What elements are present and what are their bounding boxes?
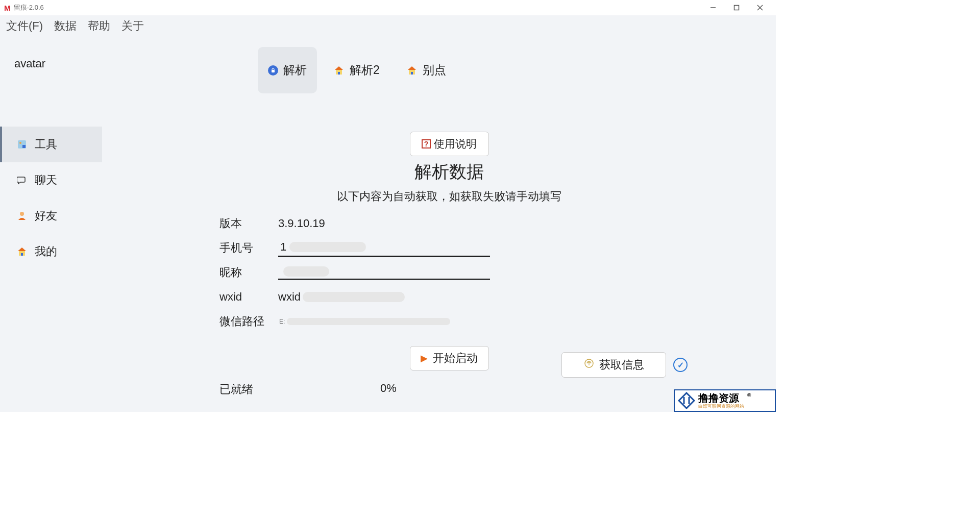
house-icon <box>16 246 28 257</box>
watermark-reg: ® <box>747 392 751 398</box>
svg-rect-14 <box>338 72 340 75</box>
tab-label: 解析 <box>283 62 307 78</box>
tabs-row: 解析 解析2 别点 <box>258 47 745 93</box>
row-wxid: wxid wxid <box>219 285 745 309</box>
tools-icon <box>16 139 28 150</box>
tab-dont-click[interactable]: 别点 <box>396 47 456 93</box>
fingerprint-icon <box>584 358 594 372</box>
friends-icon <box>16 210 28 221</box>
version-label: 版本 <box>219 216 278 231</box>
sidebar-item-friends[interactable]: 好友 <box>0 198 102 234</box>
sidebar-item-label: 我的 <box>35 244 57 259</box>
section-heading: 解析数据 <box>153 160 745 184</box>
house-icon <box>333 65 345 76</box>
wxpath-label: 微信路径 <box>219 314 278 329</box>
tab-parse[interactable]: 解析 <box>258 47 317 93</box>
sidebar-item-tools[interactable]: 工具 <box>0 127 102 162</box>
phone-label: 手机号 <box>219 240 278 256</box>
fetch-info-button[interactable]: 获取信息 <box>561 352 666 378</box>
phone-field[interactable]: 1 <box>278 239 490 257</box>
svg-rect-17 <box>411 72 413 75</box>
row-wxpath: 微信路径 E: <box>219 309 745 334</box>
avatar-label: avatar <box>14 57 102 70</box>
svg-marker-15 <box>408 66 416 70</box>
start-button[interactable]: ▶ 开始启动 <box>410 346 489 370</box>
section-subheading: 以下内容为自动获取，如获取失败请手动填写 <box>153 189 745 204</box>
lock-circle-icon <box>268 65 278 76</box>
nickname-label: 昵称 <box>219 265 278 280</box>
check-icon: ✓ <box>673 358 688 372</box>
close-button[interactable] <box>748 0 772 15</box>
wxid-label: wxid <box>219 290 278 304</box>
start-label: 开始启动 <box>433 351 478 366</box>
maximize-button[interactable] <box>725 0 748 15</box>
sidebar-item-label: 工具 <box>35 137 57 152</box>
tab-parse2[interactable]: 解析2 <box>323 47 390 93</box>
svg-marker-8 <box>18 247 26 251</box>
row-nickname: 昵称 <box>219 260 745 285</box>
version-value: 3.9.10.19 <box>278 217 325 230</box>
watermark-logo-icon <box>678 392 695 409</box>
svg-marker-12 <box>335 66 343 70</box>
svg-rect-6 <box>22 145 26 148</box>
sidebar-item-label: 聊天 <box>35 172 57 188</box>
watermark: 撸撸资源 白嫖互联网资源的网站 ® <box>674 389 776 412</box>
menu-about[interactable]: 关于 <box>121 18 144 34</box>
svg-rect-1 <box>734 6 739 10</box>
svg-point-5 <box>19 142 21 144</box>
redacted <box>303 292 405 302</box>
svg-point-7 <box>20 212 24 216</box>
progress-text: 0% <box>380 382 397 397</box>
redacted <box>283 266 329 277</box>
phone-value: 1 <box>280 240 286 254</box>
redacted <box>289 242 366 252</box>
sidebar-item-label: 好友 <box>35 208 57 224</box>
menu-data[interactable]: 数据 <box>54 18 77 34</box>
window-title: 留痕-2.0.6 <box>14 3 44 12</box>
wxpath-prefix: E: <box>279 318 285 325</box>
svg-rect-10 <box>21 253 23 256</box>
status-row: 已就绪 0% <box>153 382 745 397</box>
help-icon: ? <box>422 139 431 148</box>
row-phone: 手机号 1 <box>219 236 745 260</box>
wxid-value: wxid <box>278 290 301 304</box>
fetch-info-label: 获取信息 <box>599 357 644 373</box>
tab-label: 别点 <box>423 62 446 78</box>
house-icon <box>406 65 418 76</box>
nickname-field[interactable] <box>278 265 490 280</box>
form-zone: 版本 3.9.10.19 手机号 1 昵称 wxid wxid <box>219 211 745 334</box>
tab-label: 解析2 <box>350 62 380 78</box>
titlebar: M 留痕-2.0.6 <box>0 0 776 15</box>
menu-help[interactable]: 帮助 <box>88 18 110 34</box>
main-panel: 解析 解析2 别点 ? 使用说明 解析数据 以下内容为自动获取，如获取失败请手动… <box>102 37 776 412</box>
menu-file[interactable]: 文件(F) <box>6 18 43 34</box>
chat-icon <box>16 175 28 186</box>
row-version: 版本 3.9.10.19 <box>219 211 745 236</box>
play-icon: ▶ <box>421 353 428 364</box>
minimize-button[interactable] <box>701 0 725 15</box>
svg-marker-19 <box>679 393 694 408</box>
sidebar: avatar 工具 聊天 好友 我的 <box>0 37 102 412</box>
instructions-label: 使用说明 <box>434 137 477 151</box>
watermark-sub: 白嫖互联网资源的网站 <box>698 404 744 409</box>
menubar: 文件(F) 数据 帮助 关于 <box>0 15 776 37</box>
sidebar-item-chat[interactable]: 聊天 <box>0 162 102 198</box>
redacted <box>287 318 450 325</box>
svg-rect-11 <box>272 70 275 72</box>
app-icon: M <box>4 4 11 12</box>
watermark-main: 撸撸资源 <box>698 393 744 403</box>
status-label: 已就绪 <box>219 382 373 397</box>
wxpath-field[interactable]: E: <box>278 318 490 325</box>
sidebar-item-mine[interactable]: 我的 <box>0 234 102 269</box>
instructions-button[interactable]: ? 使用说明 <box>410 132 489 156</box>
